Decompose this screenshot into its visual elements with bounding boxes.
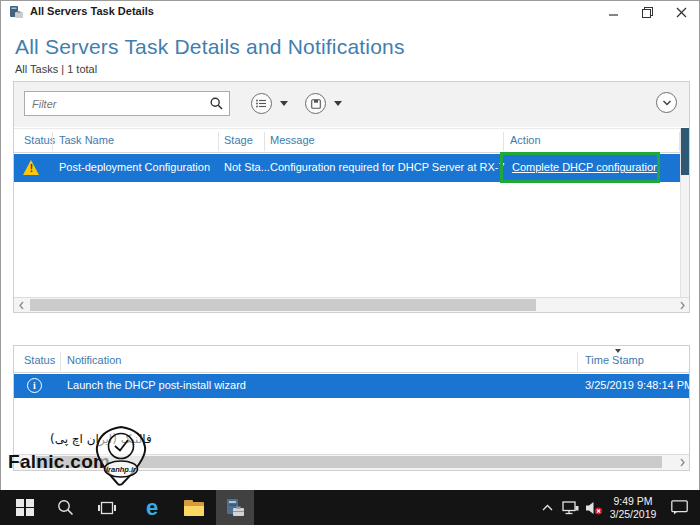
- column-divider: [218, 132, 219, 151]
- notifications-table-header: Status Notification Time Stamp: [14, 348, 689, 373]
- column-divider: [577, 352, 578, 371]
- action-center-button[interactable]: [664, 490, 694, 525]
- window-title: All Servers Task Details: [30, 5, 154, 17]
- scroll-left-arrow[interactable]: [14, 298, 28, 312]
- server-manager-button[interactable]: [216, 490, 254, 525]
- falnic-watermark: فالنیک (ایران اچ پی) Falnic.com iranhp.i…: [6, 425, 171, 489]
- action-center-icon: [671, 500, 688, 515]
- column-stage[interactable]: Stage: [224, 134, 253, 146]
- column-status[interactable]: Status: [24, 354, 55, 366]
- chevron-down-icon: [662, 99, 672, 107]
- tasks-panel: Status Task Name Stage Message Action No…: [13, 81, 690, 313]
- all-servers-task-details-window: All Servers Task Details All Servers Tas…: [0, 0, 700, 490]
- search-icon: [210, 97, 223, 110]
- server-manager-icon: [224, 498, 246, 518]
- taskbar-clock[interactable]: 9:49 PM 3/25/2019: [602, 495, 664, 520]
- taskbar-date: 3/25/2019: [602, 508, 664, 521]
- save-icon: [311, 99, 321, 109]
- column-divider: [60, 352, 61, 371]
- folder-icon: [184, 500, 204, 516]
- notification-row[interactable]: i Launch the DHCP post-install wizard 3/…: [14, 374, 689, 398]
- vertical-scrollbar-thumb[interactable]: [681, 128, 689, 175]
- tasks-menu-dropdown[interactable]: [334, 101, 342, 106]
- taskbar-time: 9:49 PM: [602, 495, 664, 508]
- filter-input[interactable]: [24, 91, 230, 116]
- task-name-cell: Post-deployment Configuration: [59, 161, 210, 173]
- taskbar: e 9:49 PM: [0, 490, 700, 525]
- minimize-button[interactable]: [597, 1, 629, 23]
- chevron-up-icon: [542, 504, 553, 511]
- internet-explorer-icon: e: [146, 497, 158, 519]
- tray-expand-button[interactable]: [536, 490, 558, 525]
- column-divider: [503, 132, 504, 151]
- sort-descending-icon: [615, 349, 621, 353]
- notification-cell: Launch the DHCP post-install wizard: [67, 379, 246, 391]
- task-view-icon: [98, 501, 116, 515]
- title-bar: All Servers Task Details: [1, 1, 699, 23]
- close-button[interactable]: [665, 1, 697, 23]
- falnic-stamp-logo: iranhp.ir: [91, 425, 151, 487]
- stamp-url-text: iranhp.ir: [106, 465, 137, 474]
- filter-field: [24, 91, 230, 116]
- tasks-horizontal-scrollbar[interactable]: [14, 297, 689, 312]
- column-divider: [264, 132, 265, 151]
- complete-dhcp-configuration-link[interactable]: Complete DHCP configuration: [512, 161, 659, 173]
- tasks-table-header: Status Task Name Stage Message Action No…: [14, 128, 681, 153]
- warning-icon: !: [23, 160, 40, 175]
- file-explorer-button[interactable]: [176, 490, 212, 525]
- notifications-view-dropdown[interactable]: [280, 101, 288, 106]
- time-stamp-cell: 3/25/2019 9:48:14 PM: [585, 379, 689, 391]
- message-cell: Configuration required for DHCP Server a…: [270, 161, 505, 173]
- notifications-view-button[interactable]: [251, 93, 272, 114]
- column-notification[interactable]: Notification: [67, 354, 121, 366]
- restore-button[interactable]: [631, 1, 663, 23]
- column-message[interactable]: Message: [270, 134, 315, 146]
- search-icon: [57, 499, 74, 516]
- windows-logo-icon: [16, 499, 34, 517]
- info-icon: i: [27, 378, 42, 393]
- scroll-right-arrow[interactable]: [675, 298, 689, 312]
- tasks-vertical-scrollbar[interactable]: [680, 128, 689, 298]
- network-status-button[interactable]: [558, 490, 582, 525]
- column-time-stamp[interactable]: Time Stamp: [585, 354, 644, 366]
- stage-cell: Not Sta...: [224, 161, 270, 173]
- list-icon: [256, 99, 267, 108]
- collapse-panel-button[interactable]: [656, 92, 677, 113]
- column-divider: [52, 132, 53, 151]
- tasks-toolbar: [14, 82, 689, 127]
- start-button[interactable]: [6, 490, 44, 525]
- column-task-name[interactable]: Task Name: [59, 134, 114, 146]
- task-view-button[interactable]: [90, 490, 124, 525]
- volume-muted-icon: [585, 501, 603, 515]
- column-action[interactable]: Action: [510, 134, 541, 146]
- scroll-right-arrow[interactable]: [675, 455, 689, 469]
- internet-explorer-button[interactable]: e: [134, 490, 170, 525]
- tasks-menu-button[interactable]: [305, 93, 326, 114]
- page-title: All Servers Task Details and Notificatio…: [15, 35, 405, 59]
- ethernet-network-icon: [562, 501, 579, 515]
- tasks-summary: All Tasks | 1 total: [15, 63, 97, 75]
- horizontal-scrollbar-thumb[interactable]: [30, 299, 536, 311]
- column-status[interactable]: Status: [24, 134, 55, 146]
- task-row[interactable]: ! Post-deployment Configuration Not Sta.…: [14, 154, 681, 182]
- taskbar-search-button[interactable]: [48, 490, 82, 525]
- server-manager-icon: [9, 5, 24, 20]
